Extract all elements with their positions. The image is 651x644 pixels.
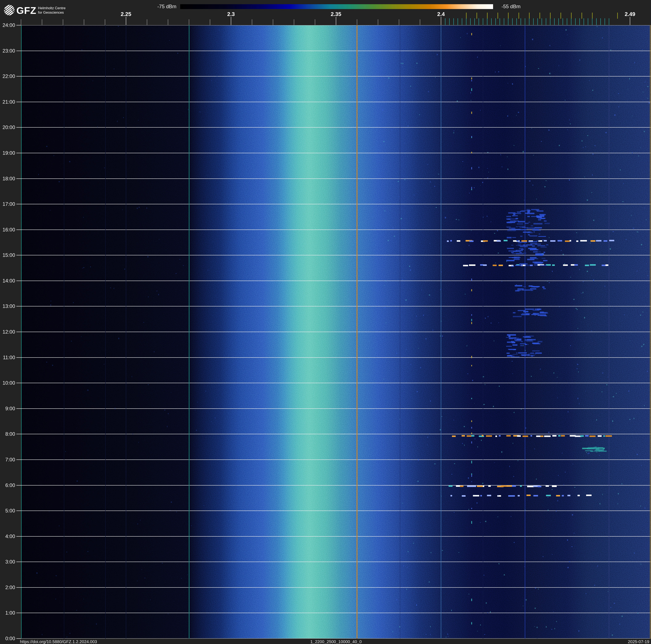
- noise-speck: [211, 80, 212, 81]
- ble-channel-tick: [567, 18, 567, 25]
- hour-label: 0:00: [0, 636, 15, 642]
- rf-burst-dash: [606, 435, 612, 437]
- beacon-dot: [471, 33, 472, 35]
- rf-burst-dash: [483, 486, 484, 487]
- hour-tick: [17, 230, 21, 230]
- rf-burst-dash: [606, 264, 608, 266]
- hour-gridline: [21, 536, 651, 536]
- rf-burst-dash: [585, 265, 589, 266]
- wifi-activity-dash: [513, 214, 515, 215]
- noise-speck: [420, 367, 421, 368]
- wifi-activity-dash: [525, 265, 530, 266]
- noise-speck: [614, 306, 614, 307]
- wifi-activity-dash: [507, 356, 515, 357]
- noise-speck: [69, 633, 70, 634]
- hour-label: 3:00: [0, 559, 15, 565]
- noise-speck: [586, 593, 587, 594]
- wifi-activity-dash: [538, 236, 546, 237]
- noise-speck: [408, 125, 408, 126]
- carrier-line: [441, 25, 441, 639]
- ble-channel-tick: [466, 18, 466, 25]
- wifi-activity-dash: [518, 221, 525, 222]
- noise-speck: [516, 284, 517, 286]
- wifi-channel-tick: [497, 12, 498, 19]
- freq-tick-label: 2.49: [617, 11, 643, 18]
- noise-speck: [164, 409, 165, 411]
- wifi-channel-tick: [571, 12, 571, 19]
- hour-tick: [17, 332, 21, 332]
- rf-burst-dash: [495, 436, 497, 437]
- noise-speck: [587, 453, 588, 454]
- wifi-activity-dash: [532, 350, 540, 351]
- noise-speck: [502, 281, 502, 282]
- rf-burst-dash: [569, 240, 571, 241]
- noise-speck: [448, 636, 449, 637]
- noise-speck: [633, 418, 634, 419]
- noise-speck: [426, 634, 427, 635]
- noise-speck: [570, 123, 570, 125]
- rf-burst-dash: [546, 495, 551, 496]
- noise-speck: [613, 231, 614, 232]
- noise-speck: [179, 259, 180, 260]
- wifi-activity-dash: [506, 260, 515, 261]
- noise-speck: [587, 271, 588, 272]
- noise-speck: [148, 384, 149, 385]
- rf-burst-dash: [530, 435, 532, 437]
- beacon-dot: [471, 319, 472, 321]
- noise-speck: [484, 575, 485, 576]
- ble-channel-tick: [592, 18, 592, 25]
- noise-speck: [430, 401, 431, 402]
- beacon-dot: [471, 365, 472, 367]
- noise-speck: [634, 62, 635, 63]
- hour-label: 16:00: [0, 227, 15, 233]
- wifi-activity-dash: [520, 229, 527, 230]
- noise-speck: [171, 392, 172, 392]
- hour-gridline: [21, 127, 651, 127]
- rf-burst-dash: [460, 486, 463, 487]
- noise-speck: [471, 481, 472, 482]
- carrier-line: [189, 25, 189, 639]
- wifi-activity-dash: [544, 252, 545, 253]
- noise-speck: [620, 169, 621, 171]
- noise-speck: [495, 71, 496, 72]
- noise-speck: [525, 350, 526, 351]
- wifi-activity-dash: [520, 236, 523, 237]
- wifi-activity-dash: [530, 352, 534, 354]
- noise-speck: [535, 608, 536, 609]
- noise-speck: [533, 184, 533, 186]
- wifi-channel-tick: [582, 12, 582, 19]
- rf-burst-dash: [589, 436, 595, 437]
- noise-speck: [385, 281, 386, 282]
- rf-burst-dash: [457, 240, 460, 242]
- noise-speck: [599, 254, 600, 255]
- noise-speck: [428, 91, 429, 92]
- noise-speck: [416, 316, 417, 317]
- rf-burst-dash: [483, 264, 487, 266]
- hour-label: 7:00: [0, 457, 15, 463]
- ble-channel-tick: [609, 18, 609, 25]
- noise-speck: [565, 100, 565, 100]
- rf-burst-dash: [488, 485, 491, 487]
- wifi-activity-dash: [513, 344, 518, 346]
- rf-burst-dash: [565, 240, 570, 242]
- ble-channel-tick: [491, 18, 492, 25]
- noise-speck: [507, 156, 508, 157]
- wifi-activity-dash: [506, 353, 510, 354]
- hour-label: 21:00: [0, 99, 15, 105]
- noise-speck: [118, 26, 119, 27]
- wifi-activity-dash: [541, 258, 546, 259]
- hour-gridline: [21, 613, 651, 613]
- rf-burst-dash: [586, 495, 592, 496]
- hour-gridline: [21, 255, 651, 255]
- rf-burst-dash: [590, 264, 595, 266]
- noise-speck: [546, 180, 547, 181]
- freq-minor-tick: [147, 19, 147, 25]
- noise-speck: [649, 102, 650, 104]
- noise-speck: [433, 329, 433, 331]
- noise-speck: [462, 443, 463, 444]
- rf-burst-dash: [512, 485, 516, 487]
- noise-speck: [171, 501, 172, 502]
- rf-burst-dash: [563, 264, 568, 266]
- beacon-dot: [471, 77, 472, 80]
- noise-speck: [104, 167, 105, 168]
